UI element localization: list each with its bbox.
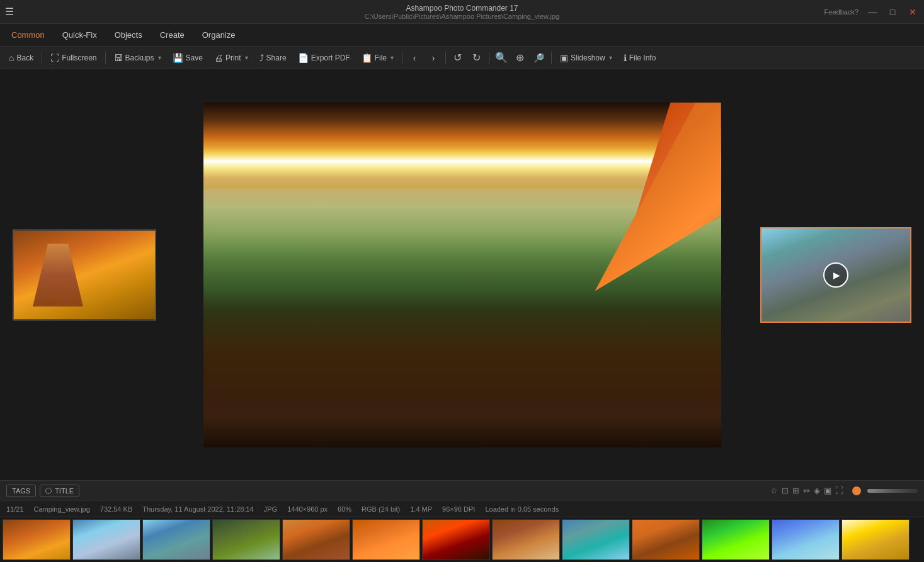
file-dropdown-arrow: ▾ bbox=[391, 54, 394, 61]
tags-label: TAGS bbox=[12, 487, 30, 495]
filmstrip-thumb-6[interactable] bbox=[352, 519, 420, 560]
toolbar-separator-2 bbox=[105, 52, 106, 64]
crop-icon[interactable]: ⊡ bbox=[782, 486, 789, 495]
file-icon: 📋 bbox=[362, 53, 372, 63]
status-bar: TAGS TITLE ☆ ⊡ ⊞ ⇔ ◈ ▣ ⛶ bbox=[0, 480, 924, 500]
tags-button[interactable]: TAGS bbox=[6, 485, 36, 497]
toolbar-separator-5 bbox=[489, 52, 489, 64]
zoom-fit-button[interactable]: ⊕ bbox=[511, 49, 529, 67]
backups-button[interactable]: 🖫 Backups ▾ bbox=[109, 50, 166, 65]
title-dot-indicator bbox=[45, 488, 52, 494]
expand-icon[interactable]: ⛶ bbox=[835, 486, 843, 495]
app-title: Ashampoo Photo Commander 17 bbox=[406, 4, 518, 13]
load-time: Loaded in 0.05 seconds bbox=[485, 505, 559, 513]
share-button[interactable]: ⤴ Share bbox=[254, 50, 292, 65]
titlebar-left: ☰ Common bbox=[5, 6, 14, 18]
zoom-in-button[interactable]: 🔎 bbox=[530, 49, 548, 67]
filename: Camping_view.jpg bbox=[34, 505, 90, 513]
minimize-button[interactable]: — bbox=[866, 7, 879, 17]
app-path: C:\Users\Public\Pictures\Ashampoo Pictur… bbox=[365, 13, 559, 20]
main-image bbox=[203, 103, 721, 447]
export-pdf-icon: 📄 bbox=[298, 53, 309, 63]
tab-objects[interactable]: Objects bbox=[106, 26, 151, 43]
filmstrip-thumb-13[interactable] bbox=[841, 519, 910, 560]
filmstrip-img-12 bbox=[772, 520, 839, 559]
close-button[interactable]: ✕ bbox=[906, 7, 919, 17]
orange-indicator bbox=[852, 486, 861, 495]
star-icon[interactable]: ☆ bbox=[770, 486, 778, 495]
rotate-cw-button[interactable]: ↻ bbox=[468, 49, 486, 67]
filmstrip-thumb-10[interactable] bbox=[632, 519, 700, 560]
color-icon[interactable]: ◈ bbox=[814, 486, 820, 495]
tab-create[interactable]: Create bbox=[151, 26, 193, 43]
share-icon: ⤴ bbox=[260, 53, 264, 63]
right-thumbnail-image bbox=[761, 228, 910, 322]
filmstrip-img-11 bbox=[702, 520, 769, 559]
main-image-container bbox=[203, 103, 721, 447]
zoom-level: 60% bbox=[338, 505, 351, 513]
toolbar-separator-6 bbox=[551, 52, 552, 64]
next-image-button[interactable]: › bbox=[425, 49, 442, 67]
title-button[interactable]: TITLE bbox=[40, 485, 79, 497]
flip-icon[interactable]: ⇔ bbox=[803, 486, 810, 495]
filmstrip-thumb-3[interactable] bbox=[142, 519, 210, 560]
toolbar: ⌂ Back ⛶ Fullscreen 🖫 Backups ▾ 💾 Save 🖨… bbox=[0, 47, 924, 69]
main-area: TAGS TITLE ☆ ⊡ ⊞ ⇔ ◈ ▣ ⛶ 11/21 Camping_v… bbox=[0, 69, 924, 562]
print-button[interactable]: 🖨 Print ▾ bbox=[209, 50, 253, 65]
filmstrip-thumb-1[interactable] bbox=[3, 519, 71, 560]
filmstrip-img-3 bbox=[143, 520, 210, 559]
filmstrip-thumb-2[interactable] bbox=[72, 519, 140, 560]
left-thumbnail[interactable] bbox=[13, 229, 156, 320]
haze-layer bbox=[203, 189, 721, 275]
title-label: TITLE bbox=[55, 487, 74, 495]
toolbar-separator-4 bbox=[445, 52, 446, 64]
filmstrip-thumb-9[interactable] bbox=[562, 519, 630, 560]
right-thumbnail[interactable] bbox=[760, 227, 911, 323]
feedback-button[interactable]: Feedback? bbox=[824, 8, 858, 16]
filmstrip-img-6 bbox=[353, 520, 419, 559]
tab-common[interactable]: Common bbox=[3, 26, 54, 43]
fullscreen-icon: ⛶ bbox=[50, 53, 59, 63]
maximize-button[interactable]: □ bbox=[886, 7, 899, 17]
tab-quickfix[interactable]: Quick-Fix bbox=[54, 26, 106, 43]
filmstrip-img-10 bbox=[632, 520, 699, 559]
file-dimensions: 1440×960 px bbox=[287, 505, 328, 513]
filmstrip-thumb-7[interactable] bbox=[422, 519, 490, 560]
save-button[interactable]: 💾 Save bbox=[168, 50, 208, 65]
save-icon: 💾 bbox=[173, 53, 183, 63]
zoom-out-button[interactable]: 🔍 bbox=[493, 49, 510, 67]
megapixels: 1.4 MP bbox=[410, 505, 432, 513]
slideshow-dropdown-arrow: ▾ bbox=[609, 54, 612, 61]
monitor-icon[interactable]: ▣ bbox=[824, 486, 831, 495]
file-index: 11/21 bbox=[6, 505, 24, 513]
filmstrip-thumb-4[interactable] bbox=[212, 519, 280, 560]
export-pdf-button[interactable]: 📄 Export PDF bbox=[293, 50, 355, 65]
backups-dropdown-arrow: ▾ bbox=[158, 54, 161, 61]
file-info-button[interactable]: ℹ File Info bbox=[619, 50, 661, 65]
filmstrip-thumb-8[interactable] bbox=[492, 519, 560, 560]
viewer-area bbox=[0, 69, 924, 480]
filmstrip-thumb-12[interactable] bbox=[772, 519, 840, 560]
slideshow-button[interactable]: ▣ Slideshow ▾ bbox=[555, 50, 617, 65]
dpi-info: 96×96 DPI bbox=[442, 505, 475, 513]
filesize: 732.54 KB bbox=[100, 505, 132, 513]
titlebar-title-wrap: Ashampoo Photo Commander 17 C:\Users\Pub… bbox=[0, 4, 924, 20]
fullscreen-button[interactable]: ⛶ Fullscreen bbox=[45, 50, 101, 65]
slideshow-icon: ▣ bbox=[560, 53, 568, 63]
filmstrip-img-5 bbox=[283, 520, 350, 559]
file-date: Thursday, 11 August 2022, 11:28:14 bbox=[142, 505, 254, 513]
filmstrip-img-4 bbox=[213, 520, 280, 559]
menu-bar: Common Quick-Fix Objects Create Organize bbox=[0, 24, 924, 47]
filmstrip-thumb-5[interactable] bbox=[282, 519, 350, 560]
compare-icon[interactable]: ⊞ bbox=[792, 486, 799, 495]
hamburger-menu-icon[interactable]: ☰ bbox=[5, 6, 14, 18]
play-button-overlay[interactable] bbox=[823, 262, 848, 288]
tab-organize[interactable]: Organize bbox=[193, 26, 244, 43]
back-button[interactable]: ⌂ Back bbox=[4, 50, 38, 65]
file-button[interactable]: 📋 File ▾ bbox=[356, 50, 399, 65]
progress-slider[interactable] bbox=[867, 489, 918, 493]
titlebar-right: Feedback? — □ ✕ bbox=[824, 7, 919, 17]
rotate-ccw-button[interactable]: ↺ bbox=[449, 49, 467, 67]
filmstrip-thumb-11[interactable] bbox=[702, 519, 770, 560]
prev-image-button[interactable]: ‹ bbox=[406, 49, 423, 67]
